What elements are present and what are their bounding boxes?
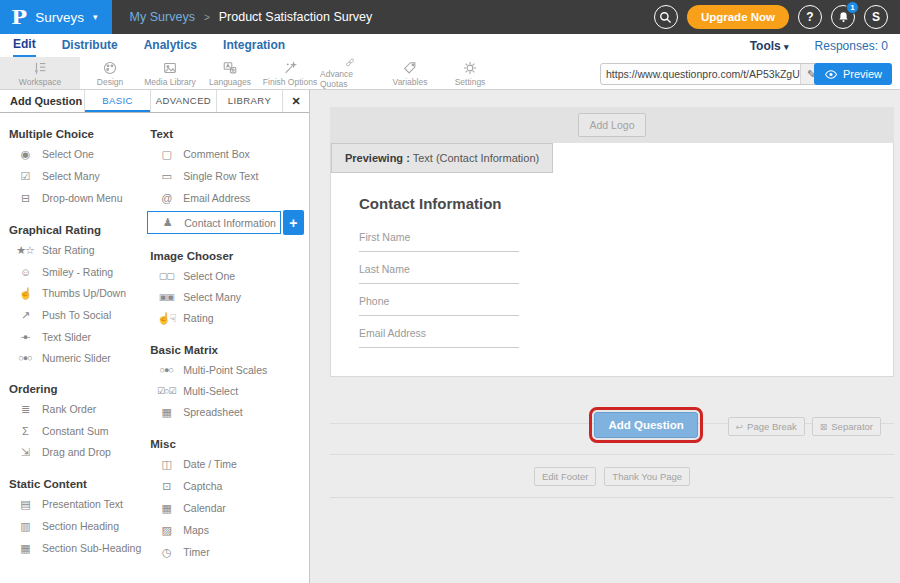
question-type-smiley-rating[interactable]: ☺Smiley - Rating (0, 261, 141, 282)
breadcrumb-my-surveys[interactable]: My Surveys (130, 10, 195, 24)
question-type-multi-point-scales[interactable]: ○●○Multi-Point Scales (141, 359, 312, 380)
chevron-down-icon: ▾ (784, 42, 789, 52)
toolbar-settings[interactable]: Settings (440, 57, 500, 89)
question-type-spreadsheet[interactable]: ▦Spreadsheet (141, 401, 312, 423)
search-button[interactable] (654, 5, 678, 29)
question-type-timer[interactable]: ◷Timer (141, 541, 312, 563)
question-type-calendar[interactable]: ▦Calendar (141, 497, 312, 519)
edit-footer-button[interactable]: Edit Footer (534, 467, 596, 486)
toolbar-media-library[interactable]: Media Library (140, 57, 200, 89)
multi-select-icon: ☑○☑ (156, 386, 176, 396)
section-misc: Misc (150, 438, 312, 450)
question-type-rank-order[interactable]: ≣Rank Order (0, 398, 141, 420)
add-contact-information-button[interactable]: + (283, 210, 304, 235)
toolbar-workspace[interactable]: Workspace (0, 57, 80, 89)
tab-edit[interactable]: Edit (13, 34, 36, 57)
toolbar-languages[interactable]: Languages (200, 57, 260, 89)
question-type-comment-box[interactable]: ▢Comment Box (141, 143, 312, 165)
question-type-image-rating[interactable]: ☝☟Rating (141, 307, 312, 329)
separator-button[interactable]: ⊠Separator (812, 417, 881, 436)
search-icon (659, 11, 672, 24)
question-type-constant-sum[interactable]: ΣConstant Sum (0, 420, 141, 441)
survey-url-field[interactable]: https://www.questionpro.com/t/AP53kZgUI … (600, 63, 823, 85)
close-icon: ✕ (291, 95, 300, 108)
numeric-slider-icon: ○●○ (15, 353, 35, 363)
multi-point-icon: ○●○ (156, 365, 176, 375)
responses-count[interactable]: Responses: 0 (815, 39, 888, 53)
question-type-presentation-text[interactable]: ▤Presentation Text (0, 493, 141, 515)
question-type-numeric-slider[interactable]: ○●○Numeric Slider (0, 347, 141, 368)
tab-library[interactable]: LIBRARY (216, 90, 282, 112)
question-type-email-address[interactable]: @Email Address (141, 187, 312, 208)
question-type-date-time[interactable]: ◫Date / Time (141, 453, 312, 475)
single-row-icon: ▭ (156, 170, 176, 183)
email-address-field[interactable]: Email Address (359, 326, 519, 348)
footer-row: Edit Footer Thank You Page (330, 454, 894, 498)
dropdown-icon: ⊟ (15, 192, 35, 205)
avatar[interactable]: S (864, 5, 888, 29)
question-type-select-many[interactable]: ☑Select Many (0, 165, 141, 187)
add-question-panel: Add Question BASIC ADVANCED LIBRARY ✕ Mu… (0, 90, 310, 583)
question-type-maps[interactable]: ▨Maps (141, 519, 312, 541)
toolbar-design[interactable]: Design (80, 57, 140, 89)
gear-icon (462, 60, 478, 76)
question-type-section-sub-heading[interactable]: ▦Section Sub-Heading (0, 537, 141, 559)
breadcrumb: My Surveys > Product Satisfaction Survey (130, 10, 373, 24)
tools-dropdown[interactable]: Tools ▾ (750, 39, 789, 53)
question-type-text-slider[interactable]: -●-Text Slider (0, 326, 141, 347)
question-type-image-select-many[interactable]: ▣▣Select Many (141, 286, 312, 307)
help-button[interactable]: ? (798, 5, 822, 29)
notifications-button[interactable]: 1 (831, 5, 855, 29)
datetime-icon: ◫ (156, 458, 176, 471)
question-type-push-to-social[interactable]: ↗Push To Social (0, 304, 141, 326)
question-type-image-select-one[interactable]: ▢▢Select One (141, 265, 312, 286)
toolbar-variables[interactable]: Variables (380, 57, 440, 89)
question-type-star-rating[interactable]: ★☆Star Rating (0, 239, 141, 261)
question-type-dropdown-menu[interactable]: ⊟Drop-down Menu (0, 187, 141, 209)
phone-field[interactable]: Phone (359, 294, 519, 316)
palette-icon (102, 60, 118, 76)
toolbar-finish-options[interactable]: Finish Options (260, 57, 320, 89)
link-icon (342, 57, 358, 68)
question-type-multi-select[interactable]: ☑○☑Multi-Select (141, 380, 312, 401)
question-type-select-one[interactable]: ◉Select One (0, 143, 141, 165)
tab-integration[interactable]: Integration (223, 35, 285, 56)
presentation-text-icon: ▤ (15, 498, 35, 511)
question-type-single-row-text[interactable]: ▭Single Row Text (141, 165, 312, 187)
close-panel-button[interactable]: ✕ (282, 90, 309, 112)
add-logo-button[interactable]: Add Logo (578, 113, 647, 137)
brand-menu[interactable]: P Surveys ▾ (0, 0, 112, 34)
preview-button[interactable]: Preview (814, 63, 892, 85)
question-type-contact-information[interactable]: ♟Contact Information (147, 211, 281, 234)
toolbar-advance-quotas[interactable]: Advance Quotas (320, 57, 380, 89)
checkbox-icon: ☑ (15, 170, 35, 183)
translate-icon (222, 60, 238, 76)
logo-band: Add Logo (330, 107, 894, 143)
question-type-drag-and-drop[interactable]: ⇲Drag and Drop (0, 441, 141, 463)
magic-wand-icon (282, 60, 298, 76)
separator-icon: ⊠ (820, 422, 828, 432)
last-name-field[interactable]: Last Name (359, 262, 519, 284)
tab-basic[interactable]: BASIC (84, 90, 150, 112)
page-break-button[interactable]: ↩Page Break (728, 417, 805, 436)
share-icon: ↗ (15, 309, 35, 322)
map-icon: ▨ (156, 524, 176, 537)
question-type-section-heading[interactable]: ▥Section Heading (0, 515, 141, 537)
thank-you-page-button[interactable]: Thank You Page (604, 467, 690, 486)
questionpro-logo-icon: P (11, 6, 27, 28)
survey-editor-canvas: Add Logo Previewing : Text (Contact Info… (311, 90, 900, 583)
tab-analytics[interactable]: Analytics (144, 35, 197, 56)
section-basic-matrix: Basic Matrix (150, 344, 312, 356)
tab-advanced[interactable]: ADVANCED (150, 90, 216, 112)
section-ordering: Ordering (9, 383, 141, 395)
first-name-field[interactable]: First Name (359, 230, 519, 252)
question-type-thumbs-updown[interactable]: ☝Thumbs Up/Down (0, 282, 141, 304)
image-select-many-icon: ▣▣ (156, 292, 176, 302)
tab-distribute[interactable]: Distribute (62, 35, 118, 56)
upgrade-now-button[interactable]: Upgrade Now (687, 5, 789, 29)
breadcrumb-separator: > (204, 12, 210, 23)
survey-nav: Edit Distribute Analytics Integration To… (0, 34, 900, 57)
question-type-captcha[interactable]: ⊡Captcha (141, 475, 312, 497)
top-bar: P Surveys ▾ My Surveys > Product Satisfa… (0, 0, 900, 34)
add-question-button[interactable]: Add Question (594, 412, 697, 438)
